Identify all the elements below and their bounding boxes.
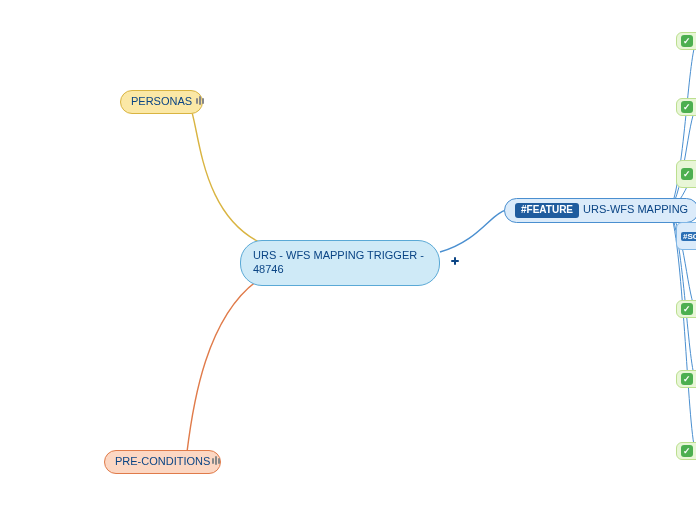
check-icon: ✓ <box>681 445 693 457</box>
feature-child[interactable]: ✓#S <box>676 442 696 460</box>
feature-tag: #FEATURE <box>515 203 579 218</box>
feature-child[interactable]: #SCENGRIDS <box>676 222 696 250</box>
feature-child[interactable]: ✓#S <box>676 98 696 116</box>
feature-label: URS-WFS MAPPING <box>583 203 688 217</box>
scenario-tag: #SCEN <box>681 232 696 241</box>
check-icon: ✓ <box>681 373 693 385</box>
feature-child[interactable]: ✓#SGRID <box>676 160 696 188</box>
central-label: URS - WFS MAPPING TRIGGER - 48746 <box>253 249 427 277</box>
personas-label: PERSONAS <box>131 95 192 109</box>
toggle-icon[interactable] <box>196 96 204 105</box>
check-icon: ✓ <box>681 35 693 47</box>
feature-child[interactable]: ✓#S <box>676 300 696 318</box>
feature-node[interactable]: #FEATURE URS-WFS MAPPING <box>504 198 696 223</box>
central-node[interactable]: URS - WFS MAPPING TRIGGER - 48746 <box>240 240 440 286</box>
feature-child[interactable]: ✓#S <box>676 370 696 388</box>
preconditions-label: PRE-CONDITIONS <box>115 455 210 469</box>
check-icon: ✓ <box>681 303 693 315</box>
check-icon: ✓ <box>681 168 693 180</box>
preconditions-node[interactable]: PRE-CONDITIONS <box>104 450 221 474</box>
toggle-icon[interactable] <box>212 456 220 465</box>
feature-child[interactable]: ✓#S <box>676 32 696 50</box>
personas-node[interactable]: PERSONAS <box>120 90 203 114</box>
check-icon: ✓ <box>681 101 693 113</box>
collapse-icon[interactable] <box>450 256 460 266</box>
